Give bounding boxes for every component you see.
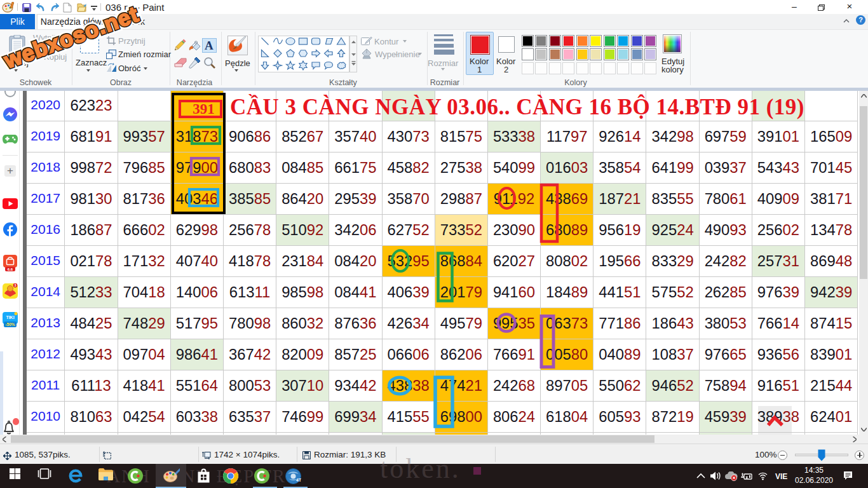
svg-text:4T: 4T	[296, 478, 301, 482]
